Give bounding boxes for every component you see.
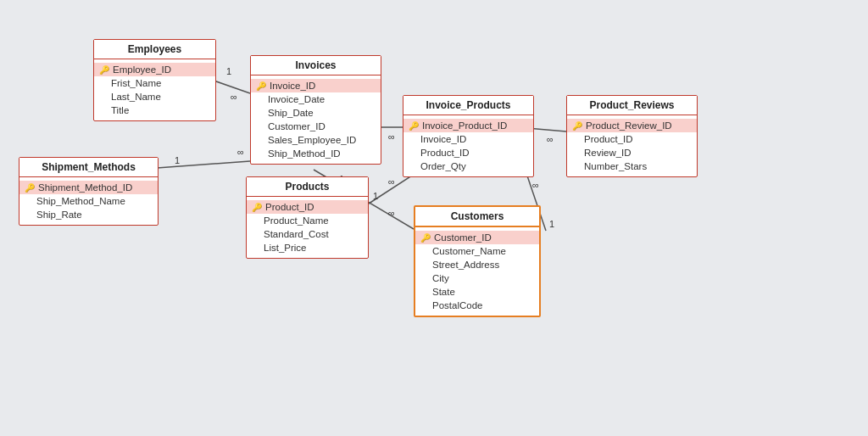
row-order-qty: Order_Qty: [403, 159, 533, 173]
row-frist-name: Frist_Name: [94, 76, 215, 90]
row-street-address: Street_Address: [415, 258, 539, 271]
pk-icon: 🔑: [25, 183, 35, 193]
table-customers-body: 🔑 Customer_ID Customer_Name Street_Addre…: [415, 227, 539, 316]
table-product-reviews: Product_Reviews 🔑 Product_Review_ID Prod…: [566, 95, 698, 177]
card-shipment-invoices-1: 1: [175, 155, 180, 165]
row-ship-rate: Ship_Rate: [19, 208, 158, 221]
table-customers: Customers 🔑 Customer_ID Customer_Name St…: [414, 205, 541, 317]
row-ship-method-name: Ship_Method_Name: [19, 194, 158, 208]
row-state: State: [415, 285, 539, 299]
pk-icon: 🔑: [409, 121, 419, 131]
table-product-reviews-header: Product_Reviews: [567, 96, 697, 115]
row-invoice-date: Invoice_Date: [251, 92, 381, 106]
table-invoices-header: Invoices: [251, 56, 381, 75]
table-employees-body: 🔑 Employee_ID Frist_Name Last_Name Title: [94, 59, 215, 120]
row-product-review-id: 🔑 Product_Review_ID: [567, 119, 697, 132]
row-standard-cost: Standard_Cost: [247, 227, 368, 241]
table-employees: Employees 🔑 Employee_ID Frist_Name Last_…: [93, 39, 216, 121]
row-title: Title: [94, 103, 215, 117]
table-shipment-methods-header: Shipment_Methods: [19, 158, 158, 177]
card-employees-invoices-8: ∞: [231, 92, 237, 102]
row-customer-id: Customer_ID: [251, 120, 381, 133]
card-cust-invprod-8: ∞: [532, 180, 539, 190]
table-products-body: 🔑 Product_ID Product_Name Standard_Cost …: [247, 197, 368, 258]
row-product-id2: Product_ID: [403, 146, 533, 159]
table-products-header: Products: [247, 177, 368, 197]
card-shipment-invoices-8: ∞: [237, 147, 244, 157]
table-customers-header: Customers: [415, 207, 539, 227]
diagram-canvas: 1 ∞ 1 ∞ 1 ∞ 1 ∞ 1 ∞ 1 ∞ 1 ∞ Employees 🔑: [0, 0, 868, 436]
row-ship-method-id: Ship_Method_ID: [251, 147, 381, 160]
row-invoice-product-id: 🔑 Invoice_Product_ID: [403, 119, 533, 132]
card-prod-invprod-8: ∞: [388, 176, 395, 187]
table-employees-header: Employees: [94, 40, 215, 59]
pk-icon: 🔑: [252, 203, 262, 212]
table-product-reviews-body: 🔑 Product_Review_ID Product_ID Review_ID…: [567, 115, 697, 176]
card-inv-cust-8: ∞: [388, 208, 395, 218]
row-city: City: [415, 271, 539, 285]
row-invoice-id: 🔑 Invoice_ID: [251, 79, 381, 92]
card-invprod-prorev-8: ∞: [547, 134, 554, 144]
row-number-stars: Number_Stars: [567, 159, 697, 173]
table-invoices: Invoices 🔑 Invoice_ID Invoice_Date Ship_…: [250, 55, 381, 165]
table-invoices-body: 🔑 Invoice_ID Invoice_Date Ship_Date Cust…: [251, 75, 381, 164]
row-invoice-id2: Invoice_ID: [403, 132, 533, 146]
row-customer-name: Customer_Name: [415, 244, 539, 258]
pk-icon: 🔑: [572, 121, 582, 131]
table-invoice-products-header: Invoice_Products: [403, 96, 533, 115]
card-cust-invprod-1: 1: [549, 219, 554, 229]
table-shipment-methods-body: 🔑 Shipment_Method_ID Ship_Method_Name Sh…: [19, 177, 158, 225]
row-sales-employee-id: Sales_Employee_ID: [251, 133, 381, 147]
row-last-name: Last_Name: [94, 90, 215, 103]
row-postalcode: PostalCode: [415, 299, 539, 312]
table-invoice-products: Invoice_Products 🔑 Invoice_Product_ID In…: [403, 95, 534, 177]
row-customer-id: 🔑 Customer_ID: [415, 231, 539, 244]
card-inv-invprod-8: ∞: [388, 131, 395, 142]
pk-icon: 🔑: [256, 81, 266, 91]
card-employees-invoices-1: 1: [226, 66, 231, 76]
pk-icon: 🔑: [99, 65, 109, 75]
row-product-name: Product_Name: [247, 214, 368, 227]
row-shipment-method-id: 🔑 Shipment_Method_ID: [19, 181, 158, 194]
table-products: Products 🔑 Product_ID Product_Name Stand…: [246, 176, 369, 259]
row-product-id: 🔑 Product_ID: [247, 200, 368, 214]
row-employee-id: 🔑 Employee_ID: [94, 63, 215, 76]
row-list-price: List_Price: [247, 241, 368, 254]
pk-icon: 🔑: [420, 233, 431, 243]
row-product-id3: Product_ID: [567, 132, 697, 146]
row-review-id: Review_ID: [567, 146, 697, 159]
table-invoice-products-body: 🔑 Invoice_Product_ID Invoice_ID Product_…: [403, 115, 533, 176]
table-shipment-methods: Shipment_Methods 🔑 Shipment_Method_ID Sh…: [19, 157, 159, 226]
row-ship-date: Ship_Date: [251, 106, 381, 120]
card-prod-invprod-1: 1: [373, 191, 378, 201]
